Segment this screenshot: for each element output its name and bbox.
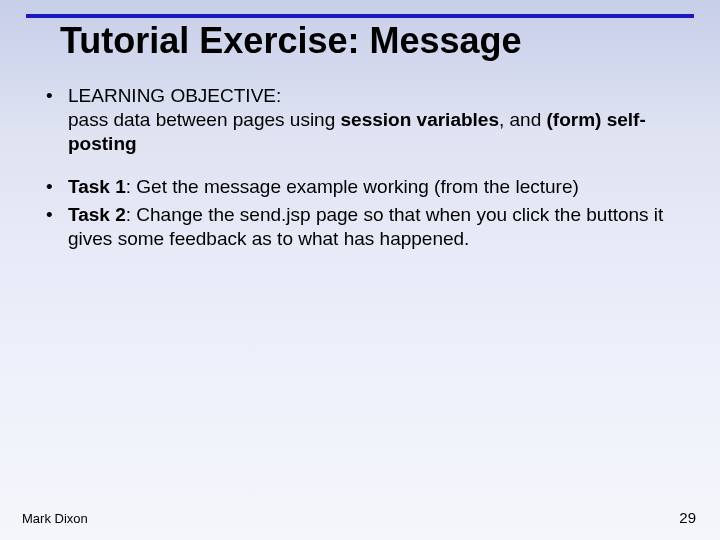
title-underline: [26, 14, 694, 18]
objective-label: LEARNING OBJECTIVE:: [68, 85, 281, 106]
task-text: : Get the message example working (from …: [126, 176, 579, 197]
slide-body: LEARNING OBJECTIVE: pass data between pa…: [0, 84, 720, 251]
page-number: 29: [679, 509, 696, 526]
objective-mid: , and: [499, 109, 547, 130]
slide-title: Tutorial Exercise: Message: [60, 20, 720, 62]
objective-bold-1: session variables: [341, 109, 499, 130]
task-item: Task 1: Get the message example working …: [40, 175, 680, 199]
author-name: Mark Dixon: [22, 511, 88, 526]
objective-prefix: pass data between pages using: [68, 109, 341, 130]
task-text: : Change the send.jsp page so that when …: [68, 204, 663, 249]
task-label: Task 2: [68, 204, 126, 225]
learning-objective: LEARNING OBJECTIVE: pass data between pa…: [40, 84, 680, 155]
task-item: Task 2: Change the send.jsp page so that…: [40, 203, 680, 251]
task-label: Task 1: [68, 176, 126, 197]
